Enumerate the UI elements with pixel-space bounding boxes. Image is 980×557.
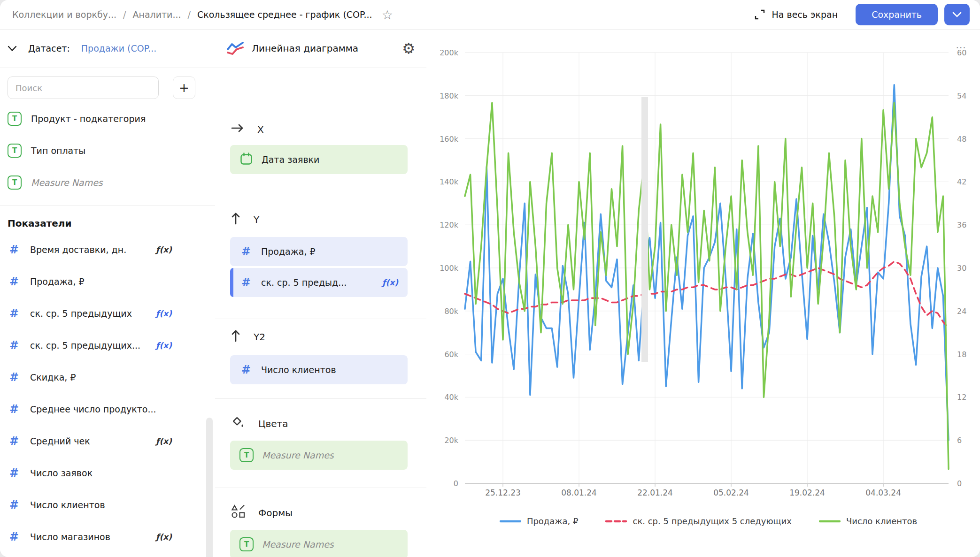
section-divider (215, 319, 426, 319)
field-label: Число заявок (30, 468, 93, 478)
section-divider (215, 488, 426, 488)
y-left-tick-label: 120k (440, 221, 459, 229)
sidebar-dimension-item[interactable]: TТип оплаты (0, 135, 215, 167)
page-title: Скользящее среднее - график (COP... (197, 9, 372, 20)
measures-list: #Время доставки, дн.ƒ(x)#Продажа, ₽#ск. … (0, 234, 215, 553)
y-right-tick-label: 30 (957, 264, 966, 273)
sidebar-measure-item[interactable]: #Скидка, ₽ (0, 361, 215, 393)
shelf-header-x: X (231, 123, 264, 135)
shelf-field-shapes[interactable]: TMeasure Names (230, 530, 408, 557)
sidebar-measure-item[interactable]: #ск. ср. 5 предыдущихƒ(x) (0, 298, 215, 329)
field-label: Число клиентов (30, 500, 105, 510)
formula-fx-icon: ƒ(x) (156, 245, 172, 254)
series-line (465, 85, 949, 440)
formula-fx-icon: ƒ(x) (156, 436, 172, 446)
sidebar-measure-item[interactable]: #Средний чекƒ(x) (0, 425, 215, 457)
shelves-container: XДата заявкиY#Продажа, ₽#ск. ср. 5 преды… (215, 68, 426, 557)
number-field-icon: # (8, 243, 21, 256)
number-field-icon: # (8, 498, 21, 511)
y-left-tick-label: 140k (440, 177, 459, 186)
fullscreen-icon (754, 9, 765, 20)
number-field-icon: # (8, 403, 21, 416)
number-field-icon: # (239, 245, 253, 258)
sidebar-measure-item[interactable]: #Число заявок (0, 457, 215, 489)
legend-item[interactable]: Число клиентов (819, 516, 917, 526)
fullscreen-label: На весь экран (772, 9, 838, 20)
y-right-tick-label: 6 (957, 436, 962, 445)
number-field-icon: # (8, 530, 21, 543)
save-dropdown-button[interactable] (944, 4, 970, 25)
sidebar-divider (0, 205, 215, 206)
dataset-link[interactable]: Продажи (COP... (81, 43, 157, 53)
legend-label: Число клиентов (846, 516, 917, 526)
text-field-icon: T (8, 112, 22, 126)
sidebar-dimension-item[interactable]: TПродукт - подкатегория (0, 103, 215, 135)
field-label: Measure Names (262, 539, 334, 549)
number-field-icon: # (8, 466, 21, 480)
number-field-icon: # (8, 371, 21, 384)
sidebar-measure-item[interactable]: #ск. ср. 5 предыдущих...ƒ(x) (0, 329, 215, 361)
panel-scrollbar[interactable] (641, 97, 648, 362)
sidebar-measure-item[interactable]: #Число магазиновƒ(x) (0, 521, 215, 553)
legend-label: ск. ср. 5 предыдущих 5 следующих (633, 516, 791, 526)
favorite-star-icon[interactable]: ☆ (382, 8, 393, 21)
y-right-tick-label: 0 (957, 479, 962, 488)
app-window: Коллекции и воркбу... / Аналити... / Ско… (0, 0, 980, 557)
number-field-icon: # (239, 276, 253, 289)
field-label: ск. ср. 5 предыдущих... (30, 340, 140, 351)
sidebar-dimension-item[interactable]: TMeasure Names (0, 167, 215, 198)
shelf-field-y[interactable]: #Продажа, ₽ (230, 237, 408, 266)
add-field-button[interactable]: + (173, 76, 195, 99)
fullscreen-button[interactable]: На весь экран (754, 9, 838, 20)
search-input[interactable] (8, 76, 159, 99)
y-left-tick-label: 160k (440, 135, 459, 144)
y-right-tick-label: 54 (957, 92, 966, 100)
shelf-field-colors[interactable]: TMeasure Names (230, 441, 408, 470)
breadcrumb-collections[interactable]: Коллекции и воркбу... (12, 9, 116, 20)
sidebar-scrollbar[interactable] (206, 418, 213, 557)
chevron-down-icon (952, 12, 962, 17)
shelf-field-y2[interactable]: #Число клиентов (230, 355, 408, 384)
shelf-field-y[interactable]: #ск. ср. 5 предыд...ƒ(x) (230, 268, 408, 297)
gear-icon[interactable]: ⚙ (402, 41, 415, 56)
save-button[interactable]: Сохранить (856, 4, 938, 25)
y-right-tick-label: 24 (957, 307, 966, 316)
x-tick-label: 08.01.24 (561, 488, 597, 497)
arrow-up-icon (231, 212, 240, 227)
y-left-tick-label: 0 (454, 479, 458, 488)
sidebar-measure-item[interactable]: #Продажа, ₽ (0, 266, 215, 298)
y-right-tick-label: 42 (957, 177, 966, 186)
legend-item[interactable]: ск. ср. 5 предыдущих 5 следующих (605, 516, 791, 526)
x-tick-label: 19.02.24 (789, 488, 825, 497)
chart-menu-icon[interactable]: ⋯ (956, 41, 967, 53)
measures-section-title: Показатели (0, 209, 215, 234)
top-bar: Коллекции и воркбу... / Аналити... / Ско… (0, 0, 980, 30)
number-field-icon: # (8, 435, 21, 448)
shelf-label: Формы (258, 507, 293, 519)
shelf-field-x[interactable]: Дата заявки (230, 145, 408, 174)
legend-item[interactable]: Продажа, ₽ (500, 516, 579, 526)
y-right-tick-label: 12 (957, 393, 966, 402)
field-label: Продукт - подкатегория (31, 114, 146, 124)
number-field-icon: # (8, 275, 21, 288)
selected-indicator (230, 268, 233, 297)
sidebar-measure-item[interactable]: #Среднее число продукто... (0, 393, 215, 425)
legend-swatch (500, 519, 521, 524)
chevron-down-icon[interactable] (8, 46, 17, 52)
field-label: Measure Names (262, 450, 334, 460)
search-row: + (8, 76, 208, 99)
breadcrumb-analytics[interactable]: Аналити... (132, 9, 181, 20)
formula-fx-icon: ƒ(x) (382, 278, 398, 287)
chart-legend: Продажа, ₽ск. ср. 5 предыдущих 5 следующ… (437, 516, 980, 526)
line-chart[interactable]: 0020k640k1260k1880k24100k30120k36140k421… (437, 0, 980, 557)
chart-type-title[interactable]: Линейная диаграмма (252, 43, 394, 54)
x-tick-label: 25.12.23 (485, 488, 521, 497)
x-tick-label: 05.02.24 (713, 488, 749, 497)
text-field-icon: T (239, 448, 254, 462)
field-label: Время доставки, дн. (30, 244, 126, 255)
sidebar-measure-item[interactable]: #Время доставки, дн.ƒ(x) (0, 234, 215, 266)
sidebar-measure-item[interactable]: #Число клиентов (0, 489, 215, 521)
y-left-tick-label: 200k (440, 48, 459, 57)
line-chart-icon (226, 41, 244, 55)
section-divider (215, 194, 426, 194)
